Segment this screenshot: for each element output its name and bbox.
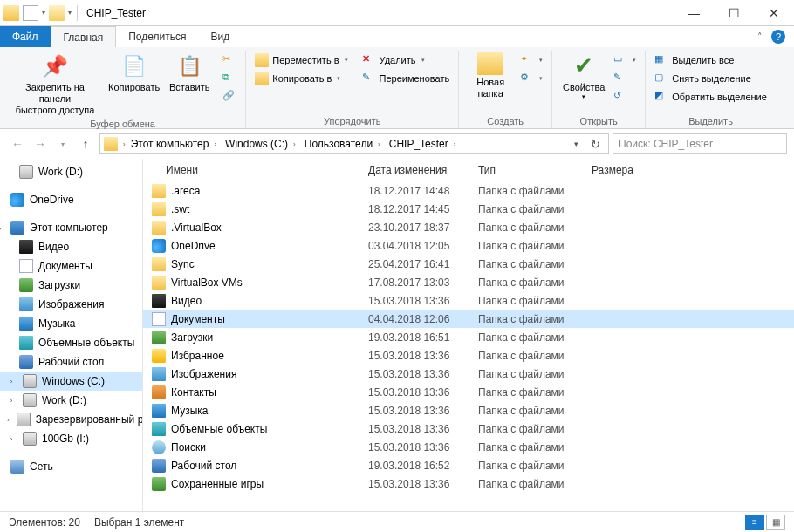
group-new-label: Создать: [464, 116, 546, 128]
nav-reserved[interactable]: ›Зарезервированный раздел: [0, 410, 142, 429]
new-item-button[interactable]: ✦▾: [517, 52, 546, 68]
pin-button[interactable]: 📌 Закрепить на панели быстрого доступа: [5, 51, 105, 119]
file-icon: [152, 404, 166, 418]
qat-properties-icon[interactable]: [23, 5, 38, 21]
file-row[interactable]: Загрузки19.03.2018 16:51Папка с файлами: [143, 328, 794, 346]
file-row[interactable]: .areca18.12.2017 14:48Папка с файлами: [143, 181, 794, 200]
paste-shortcut-button[interactable]: 🔗: [219, 89, 240, 105]
maximize-button[interactable]: ☐: [714, 0, 754, 26]
nav-windows-c[interactable]: ›Windows (C:): [0, 372, 142, 391]
forward-button[interactable]: →: [30, 133, 51, 154]
tab-home[interactable]: Главная: [51, 26, 117, 47]
nav-documents[interactable]: Документы: [0, 256, 142, 276]
file-type: Папка с файлами: [471, 350, 585, 362]
recent-button[interactable]: ▾: [52, 133, 73, 154]
file-type: Папка с файлами: [471, 368, 585, 380]
crumb-1[interactable]: Windows (C:)›: [222, 138, 299, 150]
file-row[interactable]: Контакты15.03.2018 13:36Папка с файлами: [143, 383, 794, 401]
nav-onedrive[interactable]: ›OneDrive: [0, 190, 142, 209]
file-name: Загрузки: [171, 331, 213, 344]
file-row[interactable]: Изображения15.03.2018 13:36Папка с файла…: [143, 365, 794, 383]
file-row[interactable]: .VirtualBox23.10.2017 18:37Папка с файла…: [143, 218, 794, 236]
chevron-down-icon[interactable]: ▾: [42, 9, 45, 17]
file-name: Сохраненные игры: [171, 478, 264, 490]
view-icons-button[interactable]: ▦: [766, 515, 785, 530]
minimize-button[interactable]: —: [674, 0, 714, 26]
breadcrumb[interactable]: › Этот компьютер› Windows (C:)› Пользова…: [99, 133, 609, 154]
nav-videos[interactable]: Видео: [0, 237, 142, 256]
history-button[interactable]: ↺: [610, 89, 640, 105]
nav-work-d[interactable]: Work (D:): [0, 162, 142, 181]
open-button[interactable]: ▭▾: [610, 52, 640, 68]
delete-button[interactable]: ✕Удалить▾: [359, 52, 454, 68]
up-button[interactable]: ↑: [75, 133, 96, 154]
file-row[interactable]: VirtualBox VMs17.08.2017 13:03Папка с фа…: [143, 273, 794, 291]
nav-pictures[interactable]: Изображения: [0, 295, 142, 314]
copy-path-button[interactable]: ⧉: [219, 71, 240, 86]
file-row[interactable]: Sync25.04.2017 16:41Папка с файлами: [143, 255, 794, 273]
view-details-button[interactable]: ≡: [745, 515, 764, 530]
search-input[interactable]: Поиск: CHIP_Tester: [613, 133, 787, 154]
column-headers[interactable]: Имени Дата изменения Тип Размера: [143, 159, 794, 181]
properties-button[interactable]: ✔ Свойства▾: [558, 51, 610, 103]
copy-button[interactable]: 📄 Копировать: [105, 51, 163, 95]
file-row[interactable]: Избранное15.03.2018 13:36Папка с файлами: [143, 346, 794, 365]
rename-button[interactable]: ✎Переименовать: [359, 71, 454, 86]
file-type: Папка с файлами: [471, 313, 585, 325]
copy-to-button[interactable]: Копировать в▾: [251, 71, 351, 86]
file-icon: [152, 294, 166, 308]
file-row[interactable]: Рабочий стол19.03.2018 16:52Папка с файл…: [143, 456, 794, 474]
file-type: Папка с файлами: [471, 441, 585, 454]
file-row[interactable]: Документы04.04.2018 12:06Папка с файлами: [143, 310, 794, 328]
refresh-button[interactable]: ↻: [585, 134, 605, 153]
file-row[interactable]: Объемные объекты15.03.2018 13:36Папка с …: [143, 419, 794, 438]
file-type: Папка с файлами: [471, 203, 585, 215]
close-button[interactable]: ✕: [754, 0, 794, 26]
tab-share[interactable]: Поделиться: [116, 26, 198, 47]
nav-this-pc[interactable]: ⌄Этот компьютер: [0, 218, 142, 237]
file-row[interactable]: OneDrive03.04.2018 12:05Папка с файлами: [143, 236, 794, 255]
invert-icon: ◩: [654, 90, 668, 104]
paste-button[interactable]: 📋 Вставить: [163, 51, 216, 95]
new-folder-button[interactable]: Новая папка: [464, 51, 517, 101]
tab-view[interactable]: Вид: [198, 26, 242, 47]
file-row[interactable]: Поиски15.03.2018 13:36Папка с файлами: [143, 438, 794, 456]
cut-button[interactable]: ✂: [219, 52, 240, 68]
crumb-0[interactable]: Этот компьютер›: [127, 138, 220, 150]
copy-path-icon: ⧉: [222, 72, 236, 85]
copy-icon: 📄: [120, 52, 148, 80]
qat-open-icon[interactable]: [49, 5, 65, 21]
nav-music[interactable]: Музыка: [0, 314, 142, 333]
tab-file[interactable]: Файл: [0, 26, 51, 47]
ribbon-collapse-icon[interactable]: ˄: [757, 31, 763, 43]
nav-3d-objects[interactable]: Объемные объекты: [0, 333, 142, 352]
easy-access-icon: ⚙: [520, 72, 534, 85]
edit-button[interactable]: ✎: [610, 71, 640, 86]
move-to-button[interactable]: Переместить в▾: [251, 52, 351, 68]
select-all-button[interactable]: ▦Выделить все: [651, 52, 770, 68]
select-none-button[interactable]: ▢Снять выделение: [651, 71, 770, 86]
nav-100gb[interactable]: ›100Gb (I:): [0, 429, 142, 448]
nav-desktop[interactable]: Рабочий стол: [0, 352, 142, 372]
easy-access-button[interactable]: ⚙▾: [517, 71, 546, 86]
title-bar: ▾ ▾ CHIP_Tester — ☐ ✕: [0, 0, 794, 26]
nav-network[interactable]: ›Сеть: [0, 457, 142, 476]
file-type: Папка с файлами: [471, 331, 585, 344]
back-button[interactable]: ←: [7, 133, 28, 154]
nav-downloads[interactable]: Загрузки: [0, 276, 142, 295]
file-type: Папка с файлами: [471, 185, 585, 197]
delete-icon: ✕: [362, 53, 376, 67]
crumb-3[interactable]: CHIP_Tester›: [386, 138, 460, 150]
file-row[interactable]: Музыка15.03.2018 13:36Папка с файлами: [143, 401, 794, 419]
qat-overflow-icon[interactable]: ▾: [68, 9, 72, 17]
file-row[interactable]: Сохраненные игры15.03.2018 13:36Папка с …: [143, 474, 794, 493]
address-dropdown-icon[interactable]: ▾: [566, 134, 585, 153]
chevron-right-icon[interactable]: ›: [123, 140, 126, 148]
file-row[interactable]: Видео15.03.2018 13:36Папка с файлами: [143, 291, 794, 310]
nav-work-d-2[interactable]: ›Work (D:): [0, 391, 142, 410]
file-row[interactable]: .swt18.12.2017 14:45Папка с файлами: [143, 200, 794, 218]
help-icon[interactable]: ?: [771, 30, 785, 44]
file-name: Избранное: [171, 350, 224, 362]
invert-selection-button[interactable]: ◩Обратить выделение: [651, 89, 770, 105]
crumb-2[interactable]: Пользователи›: [301, 138, 384, 150]
